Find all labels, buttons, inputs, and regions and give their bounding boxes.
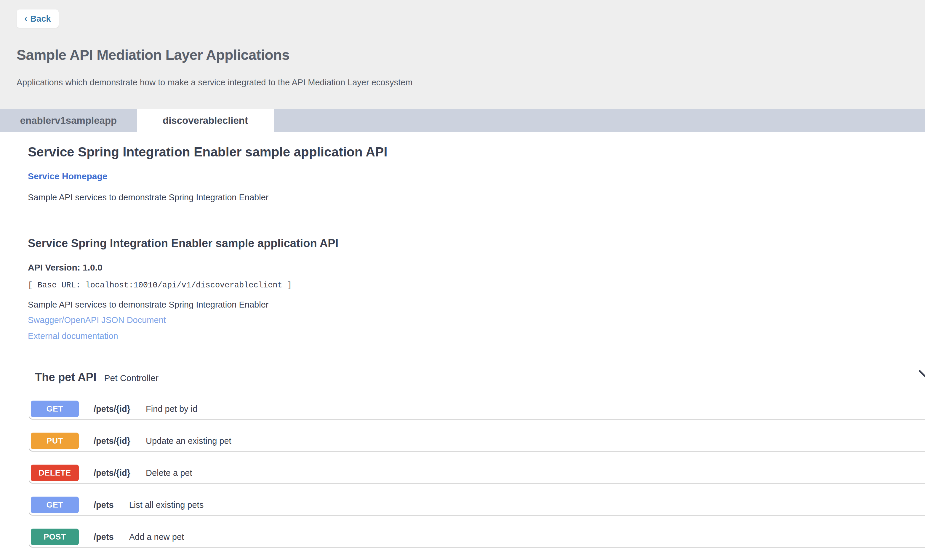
api-description: Sample API services to demonstrate Sprin… [28,193,268,202]
api-version: API Version: 1.0.0 [28,262,102,272]
tab-enablerv1sampleapp[interactable]: enablerv1sampleapp [0,109,137,132]
back-button[interactable]: ‹ Back [17,9,59,28]
api-base-url: [ Base URL: localhost:10010/api/v1/disco… [28,281,292,290]
api-title: Service Spring Integration Enabler sampl… [28,145,387,160]
chevron-down-icon[interactable] [919,370,925,384]
row-divider [29,449,925,452]
operation-summary: Delete a pet [146,468,192,478]
api-description-repeat: Sample API services to demonstrate Sprin… [28,300,268,310]
back-chevron-icon: ‹ [24,14,27,23]
operation-path: /pets/{id} [93,468,130,478]
operation-row[interactable]: GET /pets/{id} Find pet by id [31,400,197,417]
api-section-title: Service Spring Integration Enabler sampl… [28,237,338,250]
row-divider [29,480,925,483]
operation-path: /pets [93,500,114,510]
external-docs-link[interactable]: External documentation [28,331,118,341]
pet-api-title: The pet API [35,371,96,384]
method-badge-put[interactable]: PUT [31,433,79,449]
operation-row[interactable]: DELETE /pets/{id} Delete a pet [31,465,192,481]
pet-api-header: The pet API Pet Controller [35,371,158,384]
operation-summary: Find pet by id [146,404,197,414]
operation-row[interactable]: GET /pets List all existing pets [31,497,203,513]
operation-summary: Update an existing pet [146,436,231,446]
row-divider [29,417,925,420]
service-homepage-link[interactable]: Service Homepage [28,171,107,181]
method-badge-post[interactable]: POST [31,528,79,545]
operation-summary: List all existing pets [129,500,203,510]
operation-summary: Add a new pet [129,532,184,542]
app-tab-bar: enablerv1sampleapp discoverableclient [0,109,925,132]
operation-row[interactable]: POST /pets Add a new pet [31,528,184,545]
row-divider [29,513,925,516]
operation-row[interactable]: PUT /pets/{id} Update an existing pet [31,433,231,449]
method-badge-delete[interactable]: DELETE [31,465,79,481]
page-title: Sample API Mediation Layer Applications [17,47,289,63]
method-badge-get[interactable]: GET [31,497,79,513]
back-button-label: Back [30,14,51,24]
operation-path: /pets [93,532,114,542]
method-badge-get[interactable]: GET [31,400,79,417]
page-subtitle: Applications which demonstrate how to ma… [17,78,413,87]
operation-path: /pets/{id} [93,404,130,414]
page-header: ‹ Back Sample API Mediation Layer Applic… [0,0,925,109]
pet-api-subtitle: Pet Controller [104,373,158,383]
tab-discoverableclient[interactable]: discoverableclient [137,109,274,132]
row-divider [29,545,925,548]
operation-path: /pets/{id} [93,436,130,446]
swagger-json-link[interactable]: Swagger/OpenAPI JSON Document [28,315,166,325]
